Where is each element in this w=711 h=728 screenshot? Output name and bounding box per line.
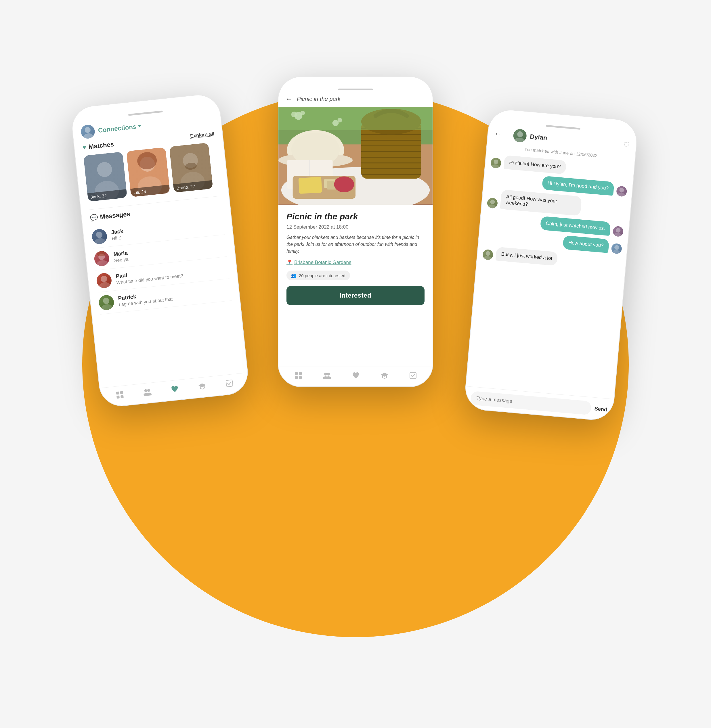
interested-count-badge: 👥 20 people are interested — [286, 271, 350, 280]
svg-point-78 — [490, 199, 495, 205]
chat-bubble-1: Hi Helen! How are you? — [503, 155, 566, 174]
svg-point-84 — [485, 251, 490, 256]
chat-partner-name: Dylan — [530, 133, 620, 148]
nav-education-icon[interactable] — [198, 382, 207, 391]
messages-section: 💬 Messages Jack Hi! :) — [82, 200, 240, 315]
chat-avatar-dylan-2 — [487, 197, 498, 209]
svg-point-83 — [612, 249, 621, 254]
svg-point-82 — [614, 245, 619, 250]
svg-rect-63 — [299, 372, 302, 375]
people-group-icon: 👥 — [291, 273, 296, 278]
svg-rect-31 — [226, 380, 233, 387]
chat-area: Hi Helen! How are you? Hi Dylan, I'm — [466, 153, 634, 399]
svg-point-66 — [324, 373, 327, 376]
heart-icon: ♥ — [82, 143, 87, 151]
svg-marker-30 — [198, 383, 206, 388]
svg-point-74 — [494, 159, 499, 164]
chat-avatar-jane-3 — [611, 243, 622, 254]
chat-bubble-2: Hi Dylan, I'm good and you? — [542, 176, 614, 196]
msg-avatar-jack — [91, 228, 108, 245]
nav-grid-icon[interactable] — [116, 391, 125, 399]
svg-point-75 — [491, 164, 500, 169]
phone-notch — [338, 88, 373, 90]
phone-connections: Connections ♥ Matches Explore all — [70, 93, 250, 408]
svg-point-85 — [483, 256, 492, 260]
p2-header: ← Picnic in the park — [279, 95, 432, 107]
svg-point-29 — [146, 392, 152, 396]
svg-rect-61 — [279, 107, 432, 130]
svg-point-0 — [84, 127, 91, 133]
event-location[interactable]: 📍 Brisbane Botanic Gardens — [286, 259, 425, 265]
chat-bubble-5: How about you? — [563, 235, 609, 253]
nav-people-icon[interactable] — [143, 388, 152, 396]
msg-avatar-patrick — [98, 295, 115, 311]
chat-bubble-4: Calm, just watched movies. — [540, 216, 611, 236]
messages-icon: 💬 — [90, 214, 98, 222]
nav-people-icon[interactable] — [323, 372, 331, 379]
svg-point-79 — [488, 204, 496, 209]
matches-row: Jack, 32 Lili, 24 — [83, 142, 220, 202]
svg-point-72 — [517, 131, 523, 137]
svg-rect-24 — [117, 395, 119, 398]
event-content: Picnic in the park 12 September 2022 at … — [279, 205, 432, 367]
nav-heart-icon[interactable] — [352, 372, 360, 379]
phone-chat: ← Dylan 🛡 You matched with Jane on 12/06… — [463, 108, 639, 421]
svg-point-80 — [616, 228, 621, 233]
svg-rect-62 — [295, 372, 298, 375]
svg-point-21 — [101, 304, 113, 311]
chat-avatar-dylan-3 — [482, 249, 494, 260]
event-header-title: Picnic in the park — [297, 96, 341, 102]
avatar — [80, 124, 96, 140]
chat-avatar-jane-2 — [613, 226, 624, 237]
svg-rect-64 — [295, 376, 298, 379]
svg-point-73 — [514, 137, 525, 143]
event-date: 12 September 2022 at 18:00 — [286, 224, 425, 230]
interested-button[interactable]: Interested — [286, 286, 425, 305]
nav-education-icon[interactable] — [380, 372, 389, 379]
svg-point-1 — [83, 133, 94, 139]
msg-avatar-maria — [93, 251, 110, 267]
svg-rect-52 — [298, 177, 322, 194]
chat-bubble-6: Busy, I just worked a lot — [496, 247, 558, 266]
nav-check-icon[interactable] — [225, 379, 233, 388]
match-card-bruno[interactable]: Bruno, 27 — [170, 143, 213, 192]
svg-marker-70 — [381, 373, 388, 377]
p2-bottom-nav — [279, 367, 432, 386]
phones-container: Connections ♥ Matches Explore all — [68, 48, 643, 680]
back-arrow-icon[interactable]: ← — [285, 95, 292, 103]
event-title: Picnic in the park — [286, 212, 425, 221]
back-arrow-icon[interactable]: ← — [494, 130, 502, 138]
explore-all-link[interactable]: Explore all — [190, 131, 215, 140]
connections-title-text: Connections — [98, 123, 137, 134]
shield-icon: 🛡 — [623, 141, 630, 149]
chat-bubble-3: All good! How was your weekend? — [500, 190, 582, 216]
svg-point-77 — [617, 192, 625, 197]
match-card-lili[interactable]: Lili, 24 — [126, 147, 170, 197]
phone-event: ← Picnic in the park — [278, 77, 433, 387]
svg-rect-23 — [120, 391, 123, 394]
svg-rect-25 — [121, 395, 124, 398]
svg-point-76 — [619, 188, 624, 193]
match-card-jack[interactable]: Jack, 32 — [83, 152, 127, 202]
svg-rect-22 — [116, 392, 119, 395]
nav-heart-icon[interactable] — [170, 385, 179, 393]
event-image — [279, 107, 432, 205]
svg-rect-65 — [299, 376, 302, 379]
nav-grid-icon[interactable] — [294, 371, 302, 380]
p1-bottom-nav — [100, 373, 249, 408]
svg-point-20 — [103, 297, 109, 304]
svg-point-19 — [99, 282, 111, 289]
phone-notch — [546, 125, 580, 130]
connections-header-title[interactable]: Connections — [98, 122, 142, 134]
send-button[interactable]: Send — [594, 406, 608, 413]
svg-point-16 — [96, 259, 109, 267]
nav-check-icon[interactable] — [409, 372, 417, 379]
scene: Connections ♥ Matches Explore all — [0, 0, 711, 728]
chat-avatar-jane — [616, 186, 627, 197]
svg-point-27 — [147, 389, 150, 392]
msg-avatar-paul — [96, 272, 112, 289]
svg-point-67 — [327, 373, 330, 376]
phone-notch — [128, 111, 163, 116]
event-description: Gather your blankets and baskets because… — [286, 234, 425, 255]
svg-point-55 — [334, 176, 354, 192]
